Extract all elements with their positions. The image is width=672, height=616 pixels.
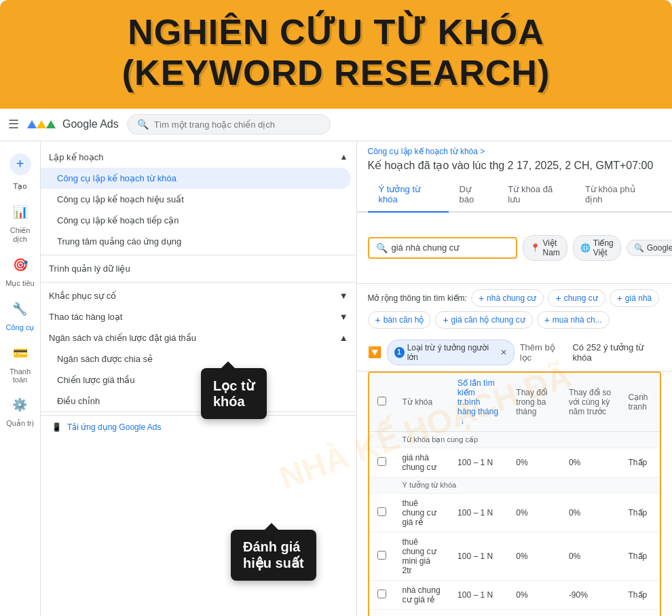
row-checkbox[interactable] bbox=[377, 551, 386, 560]
expand-chip-4[interactable]: + giá căn hộ chung cư bbox=[435, 311, 532, 329]
header-change-yoy[interactable]: Thay đổi so với cùng kỳ năm trước bbox=[561, 373, 620, 432]
row-checkbox-cell[interactable] bbox=[369, 580, 394, 609]
nav-goals[interactable]: 🎯 Mục tiêu bbox=[0, 251, 39, 295]
table-row: giá nhà chung cư 100 – 1 N 0% 0% Thấp bbox=[369, 448, 660, 477]
row-competition: Thấp bbox=[620, 448, 660, 477]
filter-chip-network[interactable]: 🔍 Google bbox=[627, 240, 672, 256]
row-change3m: 0% bbox=[508, 448, 561, 477]
sidebar-item-data-manager[interactable]: Trình quản lý dữ liệu bbox=[41, 258, 356, 279]
expand-chip-5[interactable]: + mua nhà ch... bbox=[537, 311, 610, 329]
header-checkbox[interactable] bbox=[369, 373, 394, 432]
sidebar-bulk-header[interactable]: Thao tác hàng loạt ▼ bbox=[41, 306, 356, 327]
row-keyword: cho thuê căn hộ chung cư bbox=[394, 609, 450, 616]
page-title: Kế hoạch đã tạo vào lúc thg 2 17, 2025, … bbox=[357, 156, 673, 177]
row-keyword: nhà chung cư giá rẻ bbox=[394, 580, 450, 609]
select-all-checkbox[interactable] bbox=[377, 397, 386, 405]
row-keyword: thuê chung cư mini giá 2tr bbox=[394, 532, 450, 580]
row-avg: 100 – 1 N bbox=[449, 493, 508, 532]
expand-chip-0[interactable]: + nhà chung cư bbox=[471, 289, 544, 307]
keywords-table-wrapper: Từ khóa Số lần tìm kiếm tr.bình hàng thá… bbox=[368, 372, 662, 616]
keywords-table: Từ khóa Số lần tìm kiếm tr.bình hàng thá… bbox=[369, 373, 660, 616]
sidebar-item-ad-center[interactable]: Trung tâm quảng cáo ứng dụng bbox=[41, 231, 351, 252]
them-bo-loc-button[interactable]: Thêm bộ lọc bbox=[520, 342, 567, 363]
header-keyword[interactable]: Từ khóa bbox=[394, 373, 450, 432]
sidebar-item-performance-planner[interactable]: Công cụ lập kế hoạch hiệu suất bbox=[41, 189, 351, 210]
tab-phu-dinh[interactable]: Từ khóa phủ định bbox=[574, 177, 661, 213]
banner: NGHIÊN CỨU TỪ KHÓA (KEYWORD RESEARCH) bbox=[0, 0, 672, 109]
filter-close-icon[interactable]: ✕ bbox=[500, 348, 507, 357]
expand-chip-3[interactable]: + bán căn hộ bbox=[368, 311, 432, 329]
nav-billing-label: Thanh toán bbox=[5, 367, 35, 384]
ads-search-input[interactable] bbox=[154, 120, 317, 130]
keyword-search-box: 🔍 bbox=[368, 237, 517, 259]
create-icon: + bbox=[10, 153, 31, 175]
sidebar-item-bid-strategy[interactable]: Chiến lược giá thầu bbox=[41, 369, 351, 391]
sidebar-item-shared-budget[interactable]: Ngân sách được chia sẻ bbox=[41, 348, 351, 369]
breadcrumb[interactable]: Công cụ lập kế hoạch từ khóa > bbox=[357, 141, 673, 156]
expand-label: Mở rộng thông tin tìm kiếm: bbox=[368, 293, 467, 303]
row-changeyoy: 0% bbox=[561, 532, 620, 580]
nav-campaigns[interactable]: 📊 Chiến dịch bbox=[0, 198, 40, 251]
callout-loc: Lọc từ khóa bbox=[201, 368, 267, 419]
left-nav: + Tạo 📊 Chiến dịch 🎯 Mục tiêu 🔧 Công cụ … bbox=[0, 141, 41, 616]
sidebar-fix-header[interactable]: Khắc phục sự cố ▼ bbox=[41, 285, 356, 306]
table-row: thuê chung cư mini giá 2tr 100 – 1 N 0% … bbox=[369, 532, 660, 580]
expand-chip-2[interactable]: + giá nhà bbox=[610, 289, 660, 307]
active-filters-bar: 🔽 1 Loại trừ ý tưởng người lớn ✕ Thêm bộ… bbox=[357, 334, 673, 372]
table-row: cho thuê căn hộ chung cư 100 – 1 N 0% 0%… bbox=[369, 609, 660, 616]
row-checkbox[interactable] bbox=[377, 590, 386, 598]
nav-tools-label: Công cụ bbox=[6, 323, 35, 332]
header-change-3m[interactable]: Thay đổi trong ba tháng bbox=[508, 373, 561, 432]
billing-icon: 💳 bbox=[13, 346, 28, 361]
goals-icon: 🎯 bbox=[13, 257, 28, 272]
filter-badge-adult[interactable]: 1 Loại trừ ý tưởng người lớn ✕ bbox=[387, 340, 515, 365]
search-keyword-icon: 🔍 bbox=[376, 242, 388, 253]
header-avg-monthly[interactable]: Số lần tìm kiếm tr.bình hàng tháng ↓ bbox=[449, 373, 508, 432]
nav-tools[interactable]: 🔧 Công cụ bbox=[1, 295, 40, 339]
menu-icon[interactable]: ☰ bbox=[8, 117, 19, 132]
row-avg: 100 – 1 N bbox=[449, 580, 508, 609]
filters-row: 🔍 📍 Việt Nam 🌐 Tiếng Việt 🔍 Google 📅 thg… bbox=[357, 213, 673, 284]
sidebar-footer-install[interactable]: 📱 Tải ứng dụng Google Ads bbox=[41, 415, 356, 439]
tab-tu-khoa-luu[interactable]: Từ khóa đã lưu bbox=[497, 177, 574, 213]
nav-create[interactable]: + Tạo bbox=[1, 147, 39, 198]
table-row: nhà chung cư giá rẻ 100 – 1 N 0% -90% Th… bbox=[369, 580, 660, 609]
nav-admin[interactable]: ⚙️ Quản trị bbox=[1, 391, 39, 435]
row-checkbox-cell[interactable] bbox=[369, 493, 394, 532]
callout-danh: Đánh giá hiệu suất bbox=[231, 530, 316, 581]
chevron-up-icon: ▲ bbox=[340, 152, 348, 162]
row-checkbox[interactable] bbox=[377, 507, 386, 516]
expand-chip-1[interactable]: + chung cư bbox=[548, 289, 605, 307]
tab-du-bao[interactable]: Dự báo bbox=[449, 177, 498, 213]
header-competition[interactable]: Cạnh tranh bbox=[620, 373, 660, 432]
sidebar-budget-header[interactable]: Ngân sách và chiến lược đặt giá thầu ▲ bbox=[41, 327, 356, 348]
nav-create-label: Tạo bbox=[14, 182, 27, 191]
row-keyword: giá nhà chung cư bbox=[394, 448, 450, 477]
row-change3m: 0% bbox=[508, 580, 561, 609]
nav-billing[interactable]: 💳 Thanh toán bbox=[0, 339, 40, 391]
admin-icon: ⚙️ bbox=[12, 397, 27, 412]
row-competition: Thấp bbox=[620, 493, 660, 532]
ads-logo: Google Ads bbox=[27, 118, 119, 130]
row-competition: Thấp bbox=[620, 580, 660, 609]
row-checkbox-cell[interactable] bbox=[369, 609, 394, 616]
keyword-search-input[interactable] bbox=[392, 242, 493, 253]
sidebar-item-keyword-planner[interactable]: Công cụ lập kế hoạch từ khóa bbox=[41, 168, 351, 189]
row-checkbox-cell[interactable] bbox=[369, 532, 394, 580]
row-change3m: 0% bbox=[508, 493, 561, 532]
sidebar-section-lap-ke-hoach[interactable]: Lập kế hoạch ▲ bbox=[41, 147, 356, 168]
row-checkbox-cell[interactable] bbox=[369, 448, 394, 477]
location-icon: 📍 bbox=[530, 243, 540, 253]
row-checkbox[interactable] bbox=[377, 457, 386, 466]
sidebar-item-reach-planner[interactable]: Công cụ lập kế hoạch tiếp cận bbox=[41, 210, 351, 231]
tab-y-tuong[interactable]: Ý tưởng từ khóa bbox=[368, 177, 449, 213]
sidebar-item-adjust[interactable]: Điều chỉnh bbox=[41, 391, 351, 412]
filter-chip-location[interactable]: 📍 Việt Nam bbox=[523, 235, 567, 261]
filter-chip-language[interactable]: 🌐 Tiếng Việt bbox=[573, 235, 621, 261]
section-provided-row: Từ khóa bạn cung cấp bbox=[369, 431, 660, 448]
nav-campaigns-label: Chiến dịch bbox=[5, 226, 35, 244]
row-competition: Thấp bbox=[620, 609, 660, 616]
ads-nav: ☰ Google Ads 🔍 bbox=[0, 109, 672, 141]
filter-label: Loại trừ ý tưởng người lớn bbox=[407, 343, 498, 362]
nav-goals-label: Mục tiêu bbox=[5, 279, 34, 288]
